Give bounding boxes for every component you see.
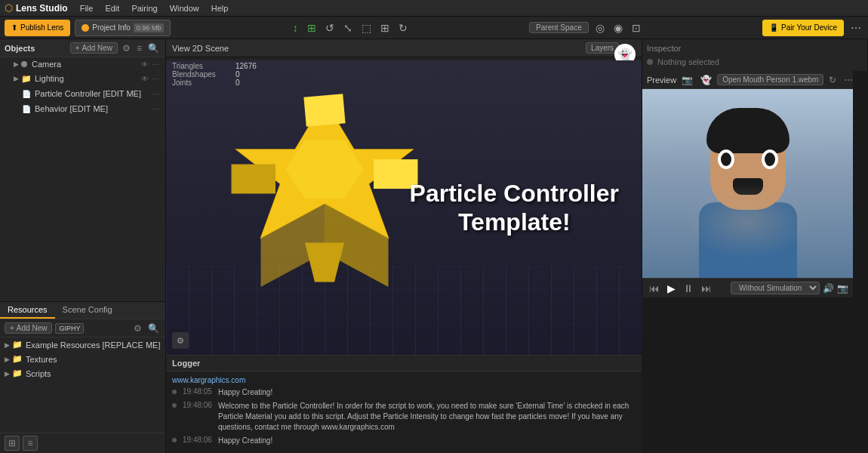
log-dot-1	[172, 403, 177, 408]
textures-label: Textures	[26, 355, 161, 364]
preview-more-btn[interactable]: ⋯	[842, 75, 855, 85]
person-hair	[706, 108, 790, 153]
toolbar-icon-cam3[interactable]: ⊡	[629, 22, 643, 34]
menu-window[interactable]: Window	[165, 2, 204, 14]
preview-camera-btn[interactable]: 📷	[837, 283, 848, 294]
tree-item-behavior[interactable]: 📄 Behavior [EDIT ME] ⋯	[0, 101, 165, 116]
list-item-example-resources[interactable]: ▶ 📁 Example Resources [REPLACE ME]	[0, 337, 165, 352]
list-item-textures[interactable]: ▶ 📁 Textures	[0, 352, 165, 366]
log-msg-0: Happy Creating!	[218, 387, 272, 398]
objects-filter-icon[interactable]: ⚙	[121, 43, 132, 54]
camera-action-more[interactable]: ⋯	[150, 60, 161, 69]
vp-settings-icon[interactable]: ⚙	[172, 332, 189, 349]
toolbar-icon-grid[interactable]: ⊞	[378, 22, 392, 34]
list-item-scripts[interactable]: ▶ 📁 Scripts	[0, 366, 165, 381]
toolbar-icon-refresh[interactable]: ↻	[396, 22, 410, 34]
log-msg-1: Welcome to the Particle Controller! In o…	[218, 401, 636, 433]
log-url: www.kargraphics.com	[166, 374, 642, 386]
menu-help[interactable]: Help	[207, 2, 233, 14]
logger-content[interactable]: www.kargraphics.com 19:48:05 Happy Creat…	[166, 371, 642, 453]
resources-tabs: Resources Scene Config	[0, 302, 165, 319]
resources-section: Resources Scene Config + Add New GIPHY ⚙…	[0, 302, 165, 453]
bottom-grid-icon[interactable]: ⊞	[5, 436, 20, 451]
scene-title-line2: Template!	[410, 208, 619, 236]
person-eyes	[718, 149, 778, 169]
tree-item-lighting[interactable]: ▶ 📁 Lighting 👁 ⋯	[0, 71, 165, 86]
parent-space-button[interactable]: Parent Space	[529, 22, 589, 33]
preview-icon-cam[interactable]: 📷	[679, 75, 695, 85]
toolbar-icon-frame[interactable]: ⬚	[359, 22, 374, 34]
logger-title: Logger	[172, 359, 200, 368]
right-pupil	[765, 153, 775, 166]
preview-skip-back-btn[interactable]: ⏮	[647, 282, 662, 294]
inspector-nothing-selected: Nothing selected	[657, 57, 719, 66]
menu-file[interactable]: File	[75, 2, 98, 14]
behavior-action-more[interactable]: ⋯	[150, 105, 161, 113]
giphy-badge[interactable]: GIPHY	[55, 323, 84, 334]
star-shape-container	[226, 91, 423, 287]
toolbar-icon-cam2[interactable]: ◉	[611, 22, 625, 34]
log-time-2: 19:48:06	[183, 436, 212, 444]
joints-label: Joints	[172, 79, 232, 87]
toolbar-icon-scale[interactable]: ⤡	[341, 22, 355, 34]
scripts-label: Scripts	[26, 369, 161, 378]
left-pupil	[721, 153, 731, 166]
objects-search-icon[interactable]: 🔍	[146, 43, 161, 54]
lighting-action-more[interactable]: ⋯	[150, 75, 161, 83]
particle-action-more[interactable]: ⋯	[150, 90, 161, 98]
svg-marker-8	[305, 243, 344, 282]
preview-icon-snap[interactable]: 👻	[698, 75, 714, 85]
preview-reload-btn[interactable]: ↻	[826, 75, 839, 85]
menu-edit[interactable]: Edit	[100, 2, 124, 14]
res-filter-icon[interactable]: ⚙	[132, 323, 143, 334]
tree-item-particle-controller[interactable]: 📄 Particle Controller [EDIT ME] ⋯	[0, 86, 165, 101]
tree-item-camera[interactable]: ▶ Camera 👁 ⋯	[0, 57, 165, 71]
add-new-object-button[interactable]: + Add New	[70, 42, 118, 54]
preview-pause-btn[interactable]: ⏸	[681, 282, 696, 294]
viewport-scene[interactable]: Particle Controller Template! ⚙	[166, 60, 642, 355]
center-area: View 2D Scene Layers ▼ Triangles 12676 B…	[166, 39, 642, 453]
project-info-button[interactable]: Project Info 0.96 Mb	[75, 20, 171, 36]
svg-marker-6	[232, 165, 276, 194]
res-search-icon[interactable]: 🔍	[146, 323, 161, 334]
objects-list-icon[interactable]: ≡	[135, 43, 143, 54]
publish-lens-button[interactable]: ⬆ Publish Lens	[5, 20, 70, 36]
lighting-action-eye[interactable]: 👁	[140, 75, 150, 83]
preview-skip-fwd-btn[interactable]: ⏭	[699, 282, 714, 294]
toolbar-icon-cam1[interactable]: ◎	[593, 22, 607, 34]
viewport-title: View 2D Scene	[172, 44, 229, 53]
toolbar-icon-more[interactable]: ⋯	[848, 22, 863, 34]
log-entry-1: 19:48:06 Welcome to the Particle Control…	[166, 399, 642, 434]
preview-play-btn[interactable]: ▶	[665, 282, 678, 294]
lighting-label: Lighting	[35, 74, 140, 83]
left-eye	[718, 149, 734, 169]
preview-file-input[interactable]	[717, 74, 823, 85]
menu-pairing[interactable]: Pairing	[127, 2, 162, 14]
bottom-list-icon[interactable]: ≡	[23, 436, 38, 451]
log-time-1: 19:48:06	[183, 401, 212, 409]
toolbar-icon-rotate[interactable]: ↺	[323, 22, 337, 34]
add-new-resource-button[interactable]: + Add New	[5, 322, 52, 334]
viewport-header: View 2D Scene Layers ▼	[166, 39, 642, 57]
publish-icon: ⬆	[11, 23, 17, 32]
tab-scene-config[interactable]: Scene Config	[55, 302, 120, 319]
objects-header: Objects + Add New ⚙ ≡ 🔍	[0, 39, 165, 57]
preview-mode-select[interactable]: Without Simulation	[731, 282, 820, 294]
pair-device-button[interactable]: 📱 Pair Your Device	[762, 20, 844, 36]
objects-title: Objects	[5, 44, 67, 53]
preview-title: Preview	[647, 76, 676, 85]
inspector-status: Nothing selected	[647, 57, 863, 66]
camera-action-eye[interactable]: 👁	[140, 60, 150, 69]
tab-resources[interactable]: Resources	[0, 302, 55, 319]
scripts-folder-icon: 📁	[12, 368, 23, 378]
triangles-value: 12676	[235, 62, 257, 70]
toolbar-icon-snap[interactable]: ⊞	[305, 22, 319, 34]
joints-value: 0	[235, 79, 240, 87]
preview-volume-btn[interactable]: 🔊	[823, 283, 834, 294]
viewport-bottom-icons: ⚙	[172, 332, 189, 349]
toolbar-icon-move[interactable]: ↕	[291, 22, 300, 34]
toolbar: ⬆ Publish Lens Project Info 0.96 Mb ↕ ⊞ …	[0, 17, 868, 39]
camera-folder-icon	[21, 61, 27, 67]
person-mouth	[733, 178, 763, 195]
preview-panel: Preview 📷 👻 ↻ ⋯	[642, 71, 853, 297]
